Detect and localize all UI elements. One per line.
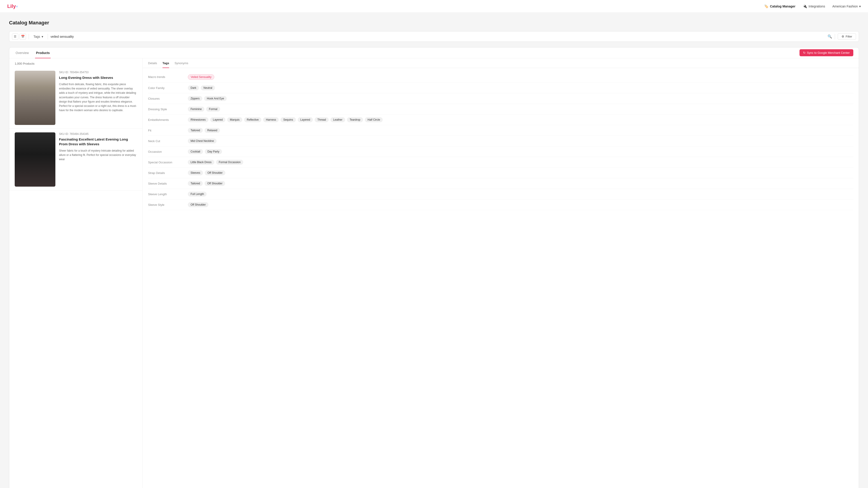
tag-chip[interactable]: Leather: [331, 117, 345, 122]
tab-synonyms[interactable]: Synonyms: [175, 61, 188, 68]
tag-values: FeminineFormal: [188, 107, 220, 111]
tag-chip[interactable]: Sleeves: [188, 170, 203, 175]
tag-label: Macro trends: [148, 74, 184, 78]
product-count: 1,000 Products: [9, 58, 143, 67]
product-image-2: [15, 132, 55, 187]
tag-chip[interactable]: Marquis: [227, 117, 242, 122]
tag-chip[interactable]: Relaxed: [205, 128, 220, 133]
logo: Lilyai: [7, 3, 18, 9]
tabs-left: Overview Products: [15, 47, 51, 58]
tag-chip[interactable]: Veiled Sensuality: [188, 74, 214, 80]
filter-label: Filter: [846, 35, 852, 38]
nav-catalog-label: Catalog Manager: [770, 4, 796, 8]
product-item[interactable]: SKU ID: 765494-354753 Long Evening Dress…: [9, 67, 143, 129]
tag-select-label: Tags: [33, 35, 40, 38]
product-item[interactable]: SKU ID: 765494-354345 Fascinating Excell…: [9, 129, 143, 191]
tag-chip[interactable]: Layered: [210, 117, 225, 122]
nav-integrations[interactable]: 🔌 Integrations: [803, 4, 825, 8]
tag-label: Fit: [148, 128, 184, 132]
header: Lilyai 🏷️ Catalog Manager 🔌 Integrations…: [0, 0, 868, 13]
search-input-wrap: [51, 35, 826, 38]
chevron-down-icon: ▾: [859, 4, 861, 8]
product-description: Sheer fabric for a touch of mystery Intr…: [59, 149, 137, 162]
tab-details[interactable]: Details: [148, 61, 157, 68]
tag-label: Sleeve Length: [148, 192, 184, 196]
tab-tags[interactable]: Tags: [162, 61, 169, 68]
tag-chip[interactable]: Rhinestones: [188, 117, 209, 122]
tag-label: Neck Cut: [148, 138, 184, 143]
tag-chip[interactable]: Hook And Eye: [204, 96, 227, 101]
sync-button[interactable]: ↻ Sync to Google Merchant Center: [800, 49, 853, 56]
tag-row: Sleeve StyleOff Shoulder: [148, 199, 853, 210]
tag-select[interactable]: Tags ▾: [32, 34, 45, 39]
tag-row: ClosuresZippersHook And Eye: [148, 93, 853, 104]
tag-chip[interactable]: Reflective: [244, 117, 261, 122]
search-input[interactable]: [51, 35, 826, 38]
search-divider: [29, 34, 29, 39]
filter-icon: ⚙: [842, 35, 844, 38]
tag-chip[interactable]: Off Shoulder: [205, 170, 225, 175]
tags-content: Macro trendsVeiled SensualityColor Famil…: [143, 68, 859, 214]
tag-values: TailoredOff Shoulder: [188, 181, 225, 186]
product-description: Crafted from delicate, flowing fabric, t…: [59, 82, 137, 112]
tag-chip[interactable]: Thread: [315, 117, 329, 122]
product-name: Fascinating Excellent Latest Evening Lon…: [59, 137, 137, 147]
tag-chip[interactable]: Half Circle: [365, 117, 383, 122]
tag-chip[interactable]: Harness: [263, 117, 279, 122]
tag-label: Closures: [148, 96, 184, 100]
store-label: American Fashion: [832, 4, 858, 8]
tag-chip[interactable]: Layered: [298, 117, 313, 122]
tag-chip[interactable]: Neutral: [201, 86, 215, 90]
page-title: Catalog Manager: [9, 20, 859, 26]
tag-row: Sleeve LengthFull Length: [148, 189, 853, 199]
tag-values: TailoredRelaxed: [188, 128, 220, 133]
tab-products[interactable]: Products: [35, 47, 51, 58]
list-view-btn[interactable]: ☰: [12, 33, 18, 40]
search-bar: ☰ 📅 Tags ▾ 🔍 ⚙ Filter: [9, 31, 859, 42]
nav-store[interactable]: American Fashion ▾: [832, 4, 861, 8]
tag-chip[interactable]: Feminine: [188, 107, 204, 111]
sync-label: Sync to Google Merchant Center: [807, 51, 850, 55]
main-panel: Overview Products ↻ Sync to Google Merch…: [9, 47, 859, 488]
product-info: SKU ID: 765494-354753 Long Evening Dress…: [59, 71, 137, 125]
nav-integrations-label: Integrations: [809, 4, 825, 8]
tag-row: OccassionCocktailDay Party: [148, 147, 853, 157]
tag-values: ZippersHook And Eye: [188, 96, 227, 101]
tag-label: Strap Details: [148, 170, 184, 175]
tag-chip[interactable]: Tailored: [188, 128, 203, 133]
tag-chip[interactable]: Full Length: [188, 192, 207, 197]
tag-chip[interactable]: Teardrop: [347, 117, 363, 122]
integrations-icon: 🔌: [803, 4, 807, 8]
search-divider-3: [835, 34, 835, 39]
tag-row: Macro trendsVeiled Sensuality: [148, 72, 853, 83]
tag-chip[interactable]: Zippers: [188, 96, 202, 101]
tag-chip[interactable]: Little Black Dress: [188, 160, 214, 165]
tag-row: Special OccassionLittle Black DressForma…: [148, 157, 853, 168]
tag-chip[interactable]: Mid Chest Neckline: [188, 138, 217, 143]
product-thumbnail: [15, 132, 55, 187]
filter-button[interactable]: ⚙ Filter: [838, 33, 856, 40]
tab-overview[interactable]: Overview: [15, 47, 30, 58]
tag-chip[interactable]: Dark: [188, 86, 199, 90]
tag-chip[interactable]: Formal: [206, 107, 220, 111]
page-content: Catalog Manager ☰ 📅 Tags ▾ 🔍 ⚙ Filter Ov…: [0, 13, 868, 488]
tag-chip[interactable]: Sequins: [281, 117, 296, 122]
tag-chip[interactable]: Off Shoulder: [188, 202, 209, 207]
tag-chip[interactable]: Formal Occassion: [216, 160, 243, 165]
tag-chip[interactable]: Day Party: [205, 149, 222, 154]
product-sku: SKU ID: 765494-354345: [59, 132, 137, 135]
tag-row: EmbellishmentsRhinestonesLayeredMarquisR…: [148, 115, 853, 125]
tag-chip[interactable]: Cocktail: [188, 149, 203, 154]
tag-values: Off Shoulder: [188, 202, 209, 207]
tag-chip[interactable]: Tailored: [188, 181, 203, 186]
tag-chip[interactable]: Off Shoulder: [205, 181, 225, 186]
logo-ai: ai: [16, 5, 18, 8]
tag-row: Color FamilyDarkNeutral: [148, 83, 853, 93]
product-info: SKU ID: 765494-354345 Fascinating Excell…: [59, 132, 137, 187]
nav-catalog-manager[interactable]: 🏷️ Catalog Manager: [764, 4, 796, 8]
detail-tabs: Details Tags Synonyms: [143, 58, 859, 68]
catalog-icon: 🏷️: [764, 4, 769, 8]
calendar-view-btn[interactable]: 📅: [20, 33, 26, 40]
panel-tabs: Overview Products ↻ Sync to Google Merch…: [9, 47, 859, 58]
search-button[interactable]: 🔍: [828, 34, 832, 39]
